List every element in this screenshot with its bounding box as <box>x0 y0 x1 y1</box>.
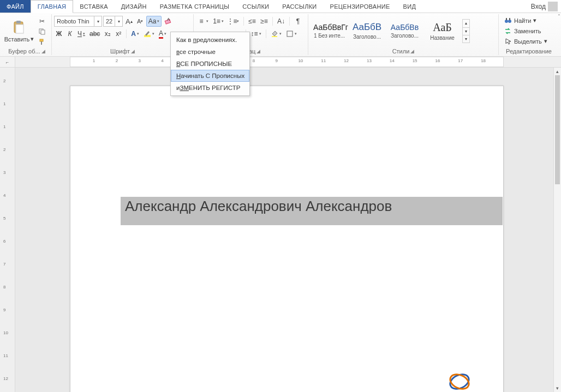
tab-design[interactable]: ДИЗАЙН <box>115 0 153 13</box>
horizontal-ruler[interactable]: 123456789101112131415161718 <box>15 57 561 67</box>
numbering-button[interactable]: 1≡▾ <box>211 16 225 27</box>
increase-indent-button[interactable]: ≥≡ <box>259 16 270 27</box>
grow-font-button[interactable]: A▴ <box>124 16 134 27</box>
group-clipboard-title: Буфер об... <box>8 48 40 55</box>
bullets-icon: ≡ <box>198 17 205 25</box>
workspace: 21123456789101112 Александр Александрови… <box>0 68 561 392</box>
tab-page-layout[interactable]: РАЗМЕТКА СТРАНИЦЫ <box>153 0 236 13</box>
paste-button[interactable]: Вставить▾ <box>4 19 34 43</box>
clear-formatting-button[interactable]: A <box>163 16 174 27</box>
text-effects-button[interactable]: A▾ <box>129 28 141 39</box>
styles-more-icon[interactable]: ▾ <box>463 35 469 43</box>
vertical-ruler[interactable]: 21123456789101112 <box>0 68 15 392</box>
borders-button[interactable]: ▾ <box>284 28 299 39</box>
ribbon: Вставить▾ ✂ Буфер об...◢ Roboto Thin ▾ 2… <box>0 13 561 57</box>
svg-rect-5 <box>40 39 43 41</box>
underline-button[interactable]: Ч▾ <box>76 28 87 39</box>
multilevel-button[interactable]: ⋮≡▾ <box>226 16 241 27</box>
tab-references[interactable]: ССЫЛКИ <box>236 0 276 13</box>
ruler-row: ⌐ 123456789101112131415161718 <box>0 57 561 68</box>
paste-label: Вставить <box>4 36 30 43</box>
svg-rect-4 <box>41 30 45 34</box>
case-lower[interactable]: все строчные <box>171 46 249 58</box>
scroll-down-icon[interactable]: ▾ <box>554 384 561 392</box>
font-size-dropdown-icon[interactable]: ▾ <box>115 16 122 26</box>
style-heading-1[interactable]: АаБбВ Заголово... <box>349 19 385 43</box>
case-upper[interactable]: ВСЕ ПРОПИСНЫЕ <box>171 58 249 70</box>
group-font-title: Шрифт <box>110 48 130 55</box>
select-button[interactable]: Выделить▾ <box>503 37 548 46</box>
superscript-button[interactable]: x² <box>114 28 123 39</box>
format-painter-button[interactable] <box>36 37 48 47</box>
find-button[interactable]: Найти▾ <box>503 16 548 26</box>
sort-button[interactable]: A↓ <box>276 16 287 27</box>
highlight-button[interactable]: ▾ <box>142 28 156 39</box>
sort-icon: A↓ <box>277 17 285 25</box>
scroll-up-icon[interactable]: ▴ <box>554 68 561 75</box>
scroll-thumb[interactable] <box>555 75 560 184</box>
collapse-ribbon-icon[interactable]: ˆ <box>558 14 560 20</box>
tab-selector[interactable]: ⌐ <box>0 57 15 67</box>
case-capitalize[interactable]: Начинать С Прописных <box>171 70 249 82</box>
find-label: Найти <box>514 17 531 24</box>
numbering-icon: 1≡ <box>213 17 220 25</box>
group-styles-title: Стили <box>392 48 410 55</box>
styles-up-icon[interactable]: ▴ <box>463 20 469 27</box>
tab-view[interactable]: ВИД <box>397 0 423 13</box>
document-scroll-area[interactable]: Александр Александрович Александров WAMO… <box>15 68 561 392</box>
outdent-icon: ≤≡ <box>248 17 256 25</box>
selected-text[interactable]: Александр Александрович Александров <box>121 197 503 225</box>
highlight-icon <box>144 30 151 38</box>
decrease-indent-button[interactable]: ≤≡ <box>247 16 258 27</box>
styles-launcher-icon[interactable]: ◢ <box>410 49 414 54</box>
font-color-button[interactable]: A▾ <box>157 28 168 39</box>
show-marks-button[interactable]: ¶ <box>293 16 303 27</box>
case-sentence[interactable]: Как в предложениях. <box>171 34 249 46</box>
copy-button[interactable] <box>36 27 48 37</box>
case-toggle[interactable]: иЗМЕНИТЬ РЕГИСТР <box>171 82 249 94</box>
replace-button[interactable]: Заменить <box>503 26 548 36</box>
bullets-button[interactable]: ≡▾ <box>196 16 210 27</box>
svg-rect-9 <box>144 35 151 37</box>
tab-insert[interactable]: ВСТАВКА <box>73 0 114 13</box>
style-no-spacing[interactable]: АаБбВвГг 1 Без инте... <box>312 19 347 43</box>
tab-home[interactable]: ГЛАВНАЯ <box>31 0 74 13</box>
svg-text:A: A <box>167 17 170 22</box>
svg-rect-14 <box>506 18 507 20</box>
bold-button[interactable]: Ж <box>54 28 64 39</box>
paragraph-launcher-icon[interactable]: ◢ <box>256 49 260 54</box>
login-link[interactable]: Вход <box>528 0 561 13</box>
subscript-button[interactable]: x₂ <box>103 28 112 39</box>
strike-button[interactable]: abc <box>88 28 102 39</box>
svg-point-17 <box>447 372 471 392</box>
eraser-icon: A <box>164 17 172 25</box>
font-name-value: Roboto Thin <box>57 18 89 25</box>
style-title[interactable]: АаБ Название <box>425 19 460 43</box>
font-launcher-icon[interactable]: ◢ <box>131 49 135 54</box>
shading-button[interactable]: ▾ <box>269 28 283 39</box>
font-name-dropdown-icon[interactable]: ▾ <box>94 16 102 26</box>
vertical-scrollbar[interactable]: ▴ ▾ <box>553 68 561 392</box>
tab-review[interactable]: РЕЦЕНЗИРОВАНИЕ <box>324 0 397 13</box>
style-heading-2[interactable]: АаБбВв Заголово... <box>387 19 422 43</box>
shrink-font-button[interactable]: A▾ <box>135 16 145 27</box>
font-size-field[interactable]: 22 ▾ <box>103 16 123 27</box>
font-name-field[interactable]: Roboto Thin ▾ <box>54 16 102 27</box>
tab-mailings[interactable]: РАССЫЛКИ <box>276 0 323 13</box>
line-spacing-button[interactable]: ↕≡▾ <box>249 28 263 39</box>
clipboard-launcher-icon[interactable]: ◢ <box>41 49 45 54</box>
cut-button[interactable]: ✂ <box>36 16 48 26</box>
login-label: Вход <box>531 3 546 10</box>
page: Александр Александрович Александров WAMO… <box>70 86 504 392</box>
watermark-logo-icon <box>447 369 472 392</box>
case-label: Aa <box>148 17 157 25</box>
change-case-button[interactable]: Aa▾ <box>146 16 162 27</box>
copy-icon <box>38 28 46 35</box>
svg-rect-10 <box>272 36 277 37</box>
change-case-menu: Как в предложениях. все строчные ВСЕ ПРО… <box>170 32 250 96</box>
styles-down-icon[interactable]: ▾ <box>463 27 469 35</box>
menu-bar: ФАЙЛ ГЛАВНАЯ ВСТАВКА ДИЗАЙН РАЗМЕТКА СТР… <box>0 0 561 13</box>
tab-file[interactable]: ФАЙЛ <box>0 0 31 13</box>
scissors-icon: ✂ <box>38 17 46 25</box>
italic-button[interactable]: К <box>65 28 75 39</box>
